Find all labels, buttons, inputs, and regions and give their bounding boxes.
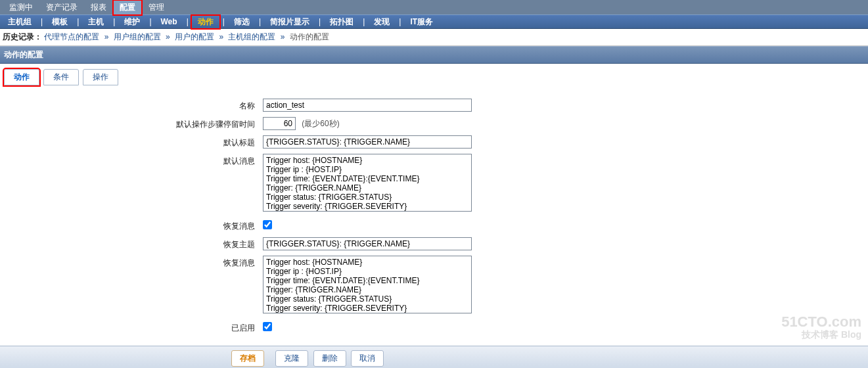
sub-nav-itservices[interactable]: IT服务 xyxy=(403,15,440,29)
clone-button[interactable]: 克隆 xyxy=(275,350,308,367)
step-duration-label: 默认操作步骤停留时间 xyxy=(0,117,263,130)
sub-nav-maintenance[interactable]: 维护 xyxy=(118,15,147,29)
recovery-msg-label: 恢复消息 xyxy=(0,219,263,232)
breadcrumb-sep: » xyxy=(163,32,173,41)
tab-row: 动作 条件 操作 xyxy=(0,64,868,85)
sub-nav-hostgroups[interactable]: 主机组 xyxy=(1,15,38,29)
top-nav: 监测中 资产记录 报表 配置 管理 xyxy=(0,0,868,14)
breadcrumb: 历史记录： 代理节点的配置 » 用户组的配置 » 用户的配置 » 主机组的配置 … xyxy=(0,29,868,46)
tab-conditions[interactable]: 条件 xyxy=(43,69,79,85)
top-nav-reports[interactable]: 报表 xyxy=(84,0,113,15)
footer-bar: 存档 克隆 删除 取消 xyxy=(0,346,868,368)
top-nav-admin[interactable]: 管理 xyxy=(142,0,171,15)
recovery-message-textarea[interactable] xyxy=(263,256,472,313)
action-form: 名称 默认操作步骤停留时间 (最少60秒) 默认标题 默认消息 恢复消息 恢复主… xyxy=(0,85,868,346)
tab-operations[interactable]: 操作 xyxy=(83,69,118,85)
separator: | xyxy=(74,17,81,26)
sub-nav-hosts[interactable]: 主机 xyxy=(81,15,110,29)
sub-nav-actions[interactable]: 动作 xyxy=(191,15,220,29)
default-subject-input[interactable] xyxy=(263,135,472,149)
sub-nav: 主机组| 模板| 主机| 维护| Web| 动作| 筛选| 简报片显示| 拓扑图… xyxy=(0,14,868,29)
sub-nav-templates[interactable]: 模板 xyxy=(45,15,74,29)
top-nav-monitoring[interactable]: 监测中 xyxy=(3,0,39,15)
cancel-button[interactable]: 取消 xyxy=(351,350,384,367)
separator: | xyxy=(256,17,263,26)
sub-nav-web[interactable]: Web xyxy=(154,16,184,28)
recovery-msg-checkbox[interactable] xyxy=(263,220,272,229)
top-nav-inventory[interactable]: 资产记录 xyxy=(39,0,84,15)
step-duration-input[interactable] xyxy=(263,117,296,130)
sub-nav-screens[interactable]: 筛选 xyxy=(227,15,256,29)
breadcrumb-sep: » xyxy=(216,32,226,41)
sub-nav-discovery[interactable]: 发现 xyxy=(367,15,396,29)
breadcrumb-label: 历史记录： xyxy=(3,32,42,41)
step-duration-hint: (最少60秒) xyxy=(298,119,339,128)
breadcrumb-sep: » xyxy=(278,32,288,41)
delete-button[interactable]: 删除 xyxy=(313,350,346,367)
page-title: 动作的配置 xyxy=(0,46,868,64)
recovery-message-label: 恢复消息 xyxy=(0,256,263,269)
breadcrumb-current: 动作的配置 xyxy=(290,32,329,41)
breadcrumb-link[interactable]: 用户组的配置 xyxy=(114,32,161,41)
separator: | xyxy=(396,17,403,26)
enabled-label: 已启用 xyxy=(0,321,263,334)
name-input[interactable] xyxy=(263,99,472,112)
enabled-checkbox[interactable] xyxy=(263,322,272,331)
sub-nav-slideshows[interactable]: 简报片显示 xyxy=(263,15,316,29)
breadcrumb-link[interactable]: 代理节点的配置 xyxy=(44,32,99,41)
recovery-subject-label: 恢复主题 xyxy=(0,237,263,250)
separator: | xyxy=(316,17,323,26)
recovery-subject-input[interactable] xyxy=(263,237,472,250)
separator: | xyxy=(220,17,227,26)
sub-nav-maps[interactable]: 拓扑图 xyxy=(323,15,360,29)
default-message-label: 默认消息 xyxy=(0,154,263,167)
separator: | xyxy=(38,17,45,26)
separator: | xyxy=(184,17,191,26)
separator: | xyxy=(360,17,367,26)
separator: | xyxy=(147,17,154,26)
name-label: 名称 xyxy=(0,99,263,112)
breadcrumb-link[interactable]: 主机组的配置 xyxy=(228,32,275,41)
tab-action[interactable]: 动作 xyxy=(4,69,39,85)
breadcrumb-sep: » xyxy=(102,32,112,41)
default-message-textarea[interactable] xyxy=(263,154,472,212)
breadcrumb-link[interactable]: 用户的配置 xyxy=(175,32,214,41)
top-nav-configuration[interactable]: 配置 xyxy=(113,0,142,15)
separator: | xyxy=(110,17,118,26)
default-subject-label: 默认标题 xyxy=(0,135,263,149)
save-button[interactable]: 存档 xyxy=(231,350,264,367)
